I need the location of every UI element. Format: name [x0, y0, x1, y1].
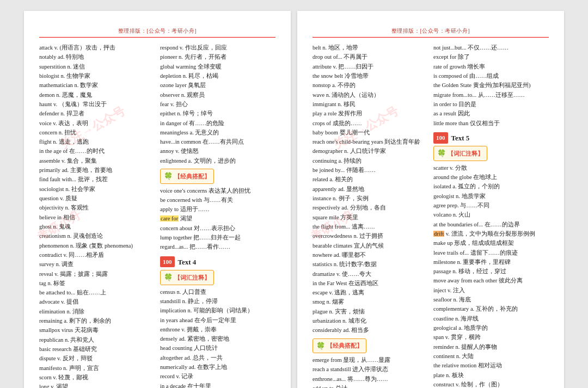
entry: related a. 相关的 [313, 175, 428, 184]
entry: the snow belt 冷雪地带 [313, 71, 428, 81]
phrase-entry: add up to 总计…… [313, 384, 428, 388]
entry: elimination n. 消除 [39, 307, 155, 316]
entry: in order to 目的是 [433, 100, 549, 109]
entry: mathematician n. 数学家 [39, 81, 155, 90]
vocab-entry: the relative motion 相对运动 [433, 361, 549, 370]
entry: migrate from...to... 从……迁移至…… [433, 90, 549, 100]
vocab-entry: in a decade 在十年里 [160, 381, 275, 388]
entry: tag n. 标签 [39, 279, 155, 288]
entry: belt n. 地区，地带 [313, 43, 428, 52]
vocab-entry: construct v. 绘制，作（图） [433, 380, 549, 388]
vocab-entry: leave trails of... 遗留下……的痕迹 [433, 248, 549, 257]
vocab-entry: reminder n. 提醒人的事物 [433, 342, 549, 352]
entry: escape v. 逃跑，逃离 [313, 288, 428, 297]
entry: nonstop a. 不停的 [313, 81, 428, 90]
entry: smallpox virus 天花病毒 [39, 325, 155, 335]
clover-icon: 🍀 [437, 147, 446, 159]
entry: reveal v. 揭露；披露；揭露 [39, 269, 155, 279]
phrase-entry: apply to 适用于…… [160, 205, 275, 214]
hundred-icon-2: 100 [433, 132, 448, 143]
entry: observer n. 观察员 [160, 90, 275, 100]
vocab-entry: agree prep. 与……不同 [433, 201, 549, 210]
vocab-title-2: 🍀 【词汇注释】 [433, 146, 487, 161]
phrase-entry: care for 渴望 [160, 214, 275, 223]
entry: square mile 方英里 [313, 213, 428, 222]
entry: plague n. 灾害，烦恼 [313, 307, 428, 316]
entry: overcrowdedness n. 过于拥挤 [313, 231, 428, 241]
entry: attack v. (用语言）攻击，抨击 [39, 43, 155, 52]
phrase-section-title-2: 🍀 【经典搭配】 [313, 338, 366, 353]
vocab-entry: at the boundaries of... 在……的边界 [433, 220, 549, 229]
phrase-entry: enthrone...as... 将……尊为…… [313, 374, 428, 384]
text5-label: Text 5 [451, 132, 470, 144]
vocab-entry: complementary a. 互补的，补充的 [433, 304, 549, 313]
vocab-entry: span v. 贯穿，横跨 [433, 332, 549, 342]
page-3-col1: attack v. (用语言）攻击，抨击 notably ad. 特别地 sup… [39, 43, 155, 388]
vocab-entry: geologist n. 地质学家 [433, 192, 549, 201]
entry: urbanization n. 城市化 [313, 316, 428, 325]
entry: objectivity n. 客观性 [39, 203, 155, 212]
vocab-entry: densely ad. 紧密地，密密地 [160, 334, 275, 343]
entry: annoy v. 使恼怒 [160, 146, 275, 156]
phrase-entry: reach a standstill 进入停滞状态 [313, 365, 428, 374]
entry: notably ad. 特别地 [39, 52, 155, 61]
page-4-col1: belt n. 地区，地带 drop out of... 不再属于 attrib… [313, 43, 428, 388]
entry: manifesto n. 声明，宣言 [39, 364, 155, 373]
entry: phenomenon n. 现象 (复数 phenomena) [39, 241, 155, 250]
vocab-entry: implication n. 可能的影响（词结果） [160, 306, 275, 315]
entry: find fault with... 批评，找茬 [39, 175, 155, 184]
clover-icon: 🍀 [164, 170, 173, 182]
entry: rate of growth 增长率 [433, 62, 549, 71]
entry: apparently ad. 显然地 [313, 184, 428, 194]
entry: as a result 因此 [433, 109, 549, 118]
entry: smog n. 烟雾 [313, 297, 428, 306]
entry: drop out of... 不再属于 [313, 52, 428, 61]
entry: biologist n. 生物学家 [39, 71, 155, 81]
vocab-entry: make up 形成，组成或组成框架 [433, 238, 549, 248]
entry: the flight from... 逃离…… [313, 222, 428, 231]
vocab-entry: isolated a. 孤立的，个别的 [433, 182, 549, 191]
page-3: 整理排版：[公众号：考研小舟] 关注→公众号 考研小舟 attack v. (用… [24, 11, 291, 388]
vocab-entry: drift v. 漂流，文中为顺在分裂形形例例 [433, 229, 549, 238]
entry: not just...but... 不仅……还…… [433, 43, 549, 52]
entry: voice v. 表达，表明 [39, 119, 155, 128]
entry: flight n. 逃走，逃跑 [39, 137, 155, 146]
entry: be attached to... 贴在……上 [39, 288, 155, 297]
page-3-header: 整理排版：[公众号：考研小舟] [39, 27, 275, 38]
entry: statistics n. 统计数字/数据 [313, 260, 428, 269]
phrase-label: 【经典搭配】 [174, 171, 210, 181]
entry: primarily ad. 主要地，首要地 [39, 165, 155, 175]
vocab-entry: standstill n. 静止，停滞 [160, 297, 275, 306]
entry: enlightened a. 文明的，进步的 [160, 156, 275, 165]
entry: have...in common 在……有共同点 [160, 137, 275, 146]
entry: assemble v. 集合，聚集 [39, 156, 155, 165]
page-4: 整理排版：[公众号：考研小舟] 关注→公众号 考研小舟 belt n. 地区，地… [297, 11, 564, 388]
page-4-content: belt n. 地区，地带 drop out of... 不再属于 attrib… [313, 43, 549, 388]
entry: creationism n. 灵魂创造论 [39, 231, 155, 241]
phrase-entry: voice one's concerns 表达某人的担忧 [160, 186, 275, 195]
vocab-title: 🍀 【词汇注释】 [160, 270, 214, 285]
entry: scorn v. 轻蔑，鄙视 [39, 373, 155, 382]
entry: long v. 渴望 [39, 382, 155, 388]
entry: in the Far West 在远西地区 [313, 279, 428, 288]
vocab-entry: milestone n. 重要事件，里程碑 [433, 257, 549, 267]
entry: depletion n. 耗尽，枯竭 [160, 71, 275, 81]
entry: demon n. 恶魔，魔鬼 [39, 90, 155, 100]
entry: in the age of 在……的时代 [39, 146, 155, 156]
entry: considerably ad. 相当多 [313, 325, 428, 335]
vocab-entry: move away from each other 彼此分离 [433, 276, 549, 285]
phrase-entry: regard...as... 把……看作…… [160, 242, 275, 251]
phrase-entry: concern about 对……表示担心 [160, 224, 275, 233]
entry: survey n. 调查 [39, 260, 155, 269]
vocab-entry: inject v. 注入 [433, 286, 549, 295]
entry: demographer n. 人口统计学家 [313, 146, 428, 156]
entry: pioneer n. 先行者，开拓者 [160, 52, 275, 61]
entry: fear v. 担心 [160, 100, 275, 109]
vocab-entry: passage n. 移动，经过，穿过 [433, 267, 549, 276]
vocab-entry: coastline n. 海岸线 [433, 314, 549, 323]
text4-title: 100 Text 4 [160, 256, 275, 268]
vocab-entry: around the globe 在地球上 [433, 173, 549, 182]
vocab-entry: record v. 记录 [160, 372, 275, 381]
page-4-col2: not just...but... 不仅……还…… except for 除了 … [433, 43, 549, 388]
vocab-entry: plate n. 板块 [433, 371, 549, 380]
